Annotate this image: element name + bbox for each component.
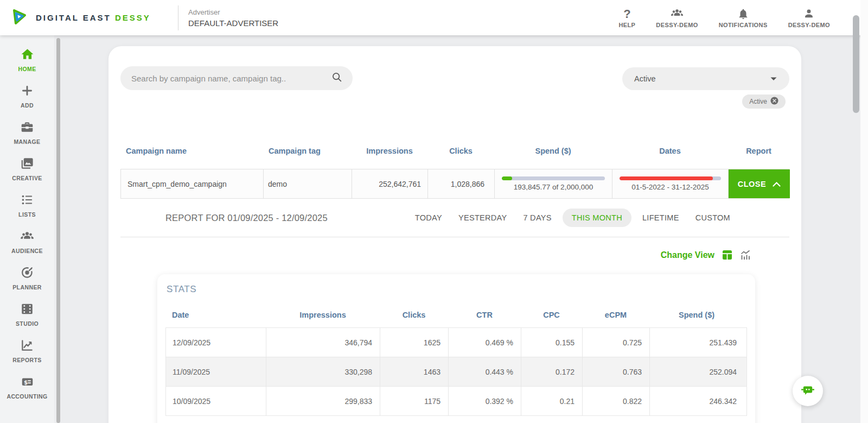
home-icon bbox=[20, 47, 35, 64]
table-view-icon[interactable] bbox=[722, 250, 732, 260]
briefcase-icon bbox=[20, 120, 34, 136]
film-icon bbox=[20, 302, 34, 318]
stats-col-ctr: CTR bbox=[448, 311, 521, 319]
sidebar: HOME ADD MANAGE bbox=[0, 35, 54, 423]
sidebar-item-reports[interactable]: REPORTS bbox=[0, 338, 54, 375]
cell-spend: 252.094 bbox=[650, 357, 744, 386]
tab-lifetime[interactable]: LIFETIME bbox=[637, 209, 685, 227]
sidebar-item-studio[interactable]: STUDIO bbox=[0, 302, 54, 338]
close-report-button[interactable]: CLOSE bbox=[729, 169, 790, 198]
brand-wordmark: DIGITAL EAST DESSY bbox=[36, 13, 151, 22]
cell-ecpm: 0.725 bbox=[583, 328, 650, 357]
top-nav: ? HELP DESSY-DEMO bbox=[618, 7, 868, 28]
col-clicks: Clicks bbox=[427, 147, 494, 155]
campaign-row[interactable]: Smart_cpm_demo_campaign demo 252,642,761… bbox=[120, 169, 789, 199]
cell-ctr: 0.392 % bbox=[449, 387, 521, 415]
sidebar-item-accounting[interactable]: $ ACCOUNTING bbox=[0, 375, 54, 411]
cell-clicks: 1175 bbox=[380, 387, 449, 415]
cell-ctr: 0.443 % bbox=[449, 357, 521, 386]
cell-spend: 251.439 bbox=[650, 328, 744, 357]
chat-bot-button[interactable] bbox=[793, 376, 823, 406]
cell-ctr: 0.469 % bbox=[449, 328, 521, 357]
chat-bot-icon bbox=[800, 382, 816, 400]
col-impressions: Impressions bbox=[352, 147, 427, 155]
team-icon bbox=[670, 7, 684, 20]
audience-icon bbox=[20, 229, 35, 245]
main-content-card: Active Active Campaign name Campaign tag… bbox=[108, 46, 801, 423]
sidebar-item-planner[interactable]: PLANNER bbox=[0, 266, 54, 302]
brand-logo-icon bbox=[9, 7, 29, 29]
status-filter-value: Active bbox=[634, 74, 656, 83]
plus-icon bbox=[20, 84, 34, 100]
campaign-tag-cell: demo bbox=[264, 169, 352, 198]
page-scrollbar-track[interactable] bbox=[860, 0, 868, 423]
col-dates: Dates bbox=[612, 147, 728, 155]
spend-progress-bar bbox=[502, 176, 605, 180]
tab-today[interactable]: TODAY bbox=[410, 209, 448, 227]
dates-progress-bar bbox=[620, 176, 721, 180]
chart-view-icon[interactable] bbox=[740, 250, 751, 260]
tab-this-month[interactable]: THIS MONTH bbox=[563, 209, 631, 227]
status-filter-select[interactable]: Active bbox=[622, 67, 789, 90]
sidebar-item-home[interactable]: HOME bbox=[0, 47, 54, 84]
search-input[interactable] bbox=[131, 74, 331, 83]
page-scrollbar-thumb[interactable] bbox=[853, 15, 859, 113]
stats-col-ecpm: eCPM bbox=[582, 311, 649, 319]
stats-col-date: Date bbox=[165, 311, 266, 319]
change-view-label[interactable]: Change View bbox=[661, 250, 714, 260]
nav-team[interactable]: DESSY-DEMO bbox=[656, 7, 698, 28]
campaign-search bbox=[120, 66, 353, 90]
chip-remove-icon[interactable] bbox=[770, 97, 778, 107]
campaign-name-cell: Smart_cpm_demo_campaign bbox=[121, 169, 264, 198]
active-filter-chip[interactable]: Active bbox=[742, 94, 786, 109]
cell-impressions: 330,298 bbox=[266, 357, 380, 386]
stats-col-impressions: Impressions bbox=[266, 311, 380, 319]
cell-date: 11/09/2025 bbox=[166, 357, 266, 386]
table-row: 11/09/2025 330,298 1463 0.443 % 0.172 0.… bbox=[165, 357, 747, 387]
stats-col-spend: Spend ($) bbox=[649, 311, 744, 319]
cell-spend: 246.342 bbox=[650, 387, 744, 415]
cell-impressions: 299,833 bbox=[266, 387, 380, 415]
user-icon bbox=[803, 7, 815, 20]
sidebar-item-creative[interactable]: CREATIVE bbox=[0, 156, 54, 193]
dollar-card-icon: $ bbox=[20, 375, 35, 391]
list-icon bbox=[20, 193, 34, 209]
dates-progress-fill bbox=[620, 176, 713, 180]
campaign-report-cell: CLOSE bbox=[729, 169, 790, 198]
sidebar-scrollbar[interactable] bbox=[56, 38, 60, 423]
help-icon: ? bbox=[623, 7, 630, 20]
spend-progress-text: 193,845.77 of 2,000,000 bbox=[514, 183, 593, 191]
sidebar-item-lists[interactable]: LISTS bbox=[0, 193, 54, 229]
cell-cpc: 0.155 bbox=[521, 328, 583, 357]
brand-logo[interactable]: DIGITAL EAST DESSY bbox=[0, 7, 178, 29]
tab-7-days[interactable]: 7 DAYS bbox=[518, 209, 557, 227]
nav-notifications[interactable]: NOTIFICATIONS bbox=[719, 7, 768, 28]
cell-date: 12/09/2025 bbox=[166, 328, 266, 357]
nav-help[interactable]: ? HELP bbox=[618, 7, 635, 28]
nav-account[interactable]: DESSY-DEMO bbox=[788, 7, 830, 28]
table-row: 10/09/2025 299,833 1175 0.392 % 0.21 0.8… bbox=[165, 387, 747, 416]
stats-title: STATS bbox=[167, 284, 747, 295]
campaign-spend-cell: 193,845.77 of 2,000,000 bbox=[495, 169, 612, 198]
spend-progress-fill bbox=[502, 176, 512, 180]
tab-yesterday[interactable]: YESTERDAY bbox=[453, 209, 512, 227]
campaign-impressions-cell: 252,642,761 bbox=[352, 169, 428, 198]
col-spend: Spend ($) bbox=[494, 147, 612, 155]
cell-cpc: 0.172 bbox=[521, 357, 583, 386]
col-campaign-tag: Campaign tag bbox=[263, 147, 352, 155]
chevron-down-icon bbox=[770, 74, 777, 84]
sidebar-item-add[interactable]: ADD bbox=[0, 84, 54, 120]
app-window: DIGITAL EAST DESSY Advertiser DEFAULT-AD… bbox=[0, 0, 868, 423]
chip-label: Active bbox=[749, 98, 767, 105]
search-icon[interactable] bbox=[331, 71, 343, 85]
stats-col-cpc: CPC bbox=[521, 311, 582, 319]
tab-custom[interactable]: CUSTOM bbox=[690, 209, 736, 227]
stats-table-body: 12/09/2025 346,794 1625 0.469 % 0.155 0.… bbox=[165, 327, 747, 416]
cell-cpc: 0.21 bbox=[521, 387, 583, 415]
top-bar: DIGITAL EAST DESSY Advertiser DEFAULT-AD… bbox=[0, 0, 868, 35]
campaign-dates-cell: 01-5-2022 - 31-12-2025 bbox=[612, 169, 729, 198]
stats-col-clicks: Clicks bbox=[380, 311, 448, 319]
sidebar-item-manage[interactable]: MANAGE bbox=[0, 120, 54, 156]
media-icon bbox=[20, 156, 34, 173]
sidebar-item-audience[interactable]: AUDIENCE bbox=[0, 229, 54, 266]
